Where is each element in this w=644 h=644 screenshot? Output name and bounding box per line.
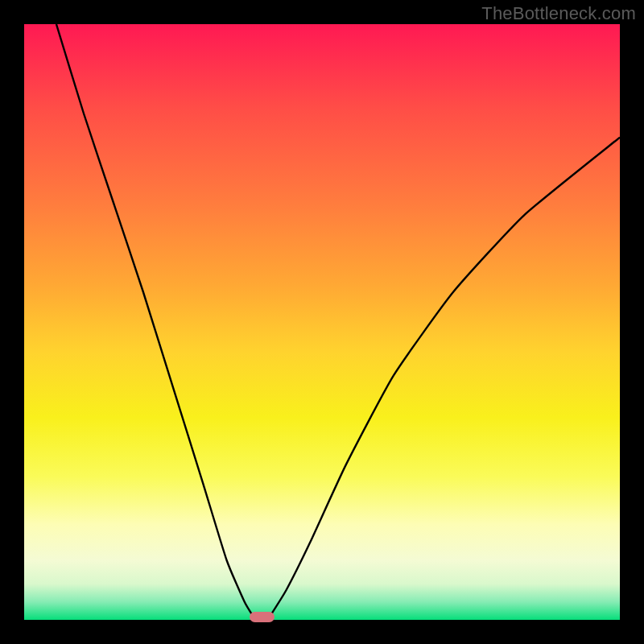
curve-left-branch bbox=[56, 24, 254, 617]
curve-svg bbox=[24, 24, 620, 620]
bottleneck-marker bbox=[250, 612, 275, 622]
curve-right-branch bbox=[270, 138, 620, 617]
watermark-text: TheBottleneck.com bbox=[481, 3, 636, 24]
plot-area bbox=[24, 24, 620, 620]
